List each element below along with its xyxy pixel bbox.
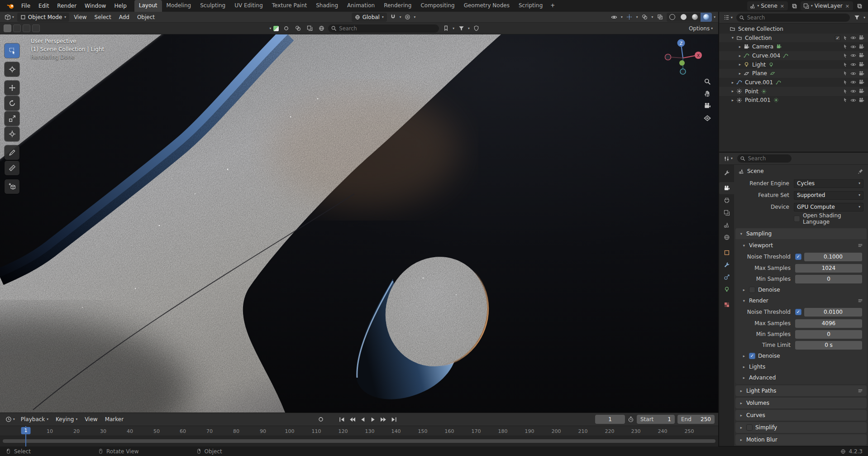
- outliner-item-label[interactable]: Collection: [744, 35, 773, 41]
- menu-render[interactable]: Render: [53, 0, 81, 12]
- tool-rotate[interactable]: [5, 96, 19, 110]
- frame-start-field[interactable]: Start1: [637, 415, 675, 424]
- stopwatch-icon[interactable]: [628, 416, 634, 422]
- max-samples-value[interactable]: 4096: [795, 319, 862, 328]
- min-samples-value[interactable]: 0: [795, 330, 862, 339]
- axis-negative-x-button[interactable]: [665, 54, 671, 60]
- time-limit-value[interactable]: 0 s: [795, 341, 862, 350]
- hide-eye-icon[interactable]: [850, 35, 856, 41]
- outliner-item-label[interactable]: Curve.004: [751, 53, 782, 59]
- tab-object[interactable]: [719, 246, 734, 259]
- max-samples-value[interactable]: 1024: [795, 264, 862, 273]
- tool-transform[interactable]: [5, 127, 19, 141]
- proportional-dropdown-icon[interactable]: [414, 15, 415, 19]
- camera-view-icon[interactable]: [704, 102, 711, 110]
- tool-add-cube[interactable]: [5, 179, 19, 194]
- scene-selector[interactable]: Scene: [747, 1, 788, 10]
- hide-eye-icon[interactable]: [850, 62, 856, 67]
- workspace-tab-shading[interactable]: Shading: [311, 0, 343, 12]
- outliner-row-curve-001[interactable]: Curve.001: [719, 78, 868, 87]
- device-dropdown[interactable]: GPU Compute: [794, 203, 863, 211]
- shield-button[interactable]: [472, 24, 482, 33]
- section-simplify[interactable]: Simplify: [735, 422, 867, 433]
- zoom-icon[interactable]: [704, 78, 711, 85]
- noise-threshold-checkbox[interactable]: [795, 309, 801, 315]
- tab-object-data[interactable]: [719, 283, 734, 295]
- outliner-row-camera[interactable]: Camera: [719, 42, 868, 51]
- axis-y-button[interactable]: [679, 60, 685, 66]
- tool-annotate[interactable]: [5, 145, 19, 160]
- shading-solid-button[interactable]: [678, 13, 689, 22]
- select-mode-extend-button[interactable]: [13, 24, 21, 32]
- disclosure-closed-icon[interactable]: [730, 89, 735, 93]
- presets-menu-icon[interactable]: [858, 388, 863, 394]
- menu-edit[interactable]: Edit: [34, 0, 53, 12]
- search-input[interactable]: [328, 24, 439, 33]
- render-engine-dropdown[interactable]: Cycles: [794, 179, 863, 188]
- visibility-dropdown-icon[interactable]: [621, 15, 623, 19]
- tab-physics[interactable]: [719, 271, 734, 283]
- min-samples-value[interactable]: 0: [795, 275, 862, 283]
- options-dropdown[interactable]: Options: [687, 24, 715, 33]
- outliner-item-label[interactable]: Point.001: [744, 97, 772, 103]
- new-view-layer-button[interactable]: [855, 2, 863, 10]
- render-visibility-icon[interactable]: [858, 35, 864, 41]
- section-volumes[interactable]: Volumes: [735, 398, 867, 408]
- editor-type-button[interactable]: [722, 155, 734, 163]
- gizmo-dropdown-icon[interactable]: [636, 15, 638, 19]
- outliner-search-input[interactable]: [736, 14, 850, 22]
- snap-dropdown-icon[interactable]: [400, 15, 401, 19]
- workspace-tab-compositing[interactable]: Compositing: [416, 0, 459, 12]
- disclosure-closed-icon[interactable]: [738, 62, 742, 67]
- playhead-frame-badge[interactable]: 1: [21, 427, 31, 434]
- section-light-paths[interactable]: Light Paths: [735, 385, 867, 396]
- new-scene-button[interactable]: [790, 2, 798, 10]
- pan-hand-icon[interactable]: [704, 90, 711, 97]
- section-sampling[interactable]: Sampling: [735, 228, 867, 239]
- outliner-item-label[interactable]: Scene Collection: [737, 26, 785, 32]
- selectable-icon[interactable]: [843, 35, 848, 41]
- navigation-gizmo[interactable]: Z X: [662, 36, 706, 80]
- menu-marker[interactable]: Marker: [102, 416, 127, 422]
- render-denoise-checkbox[interactable]: [749, 353, 755, 359]
- tab-output[interactable]: [719, 194, 734, 206]
- editor-type-button[interactable]: [4, 415, 17, 423]
- outliner-row-light[interactable]: Light: [719, 60, 868, 69]
- proportional-editing-toggle[interactable]: [402, 13, 412, 22]
- workspace-tab-uv-editing[interactable]: UV Editing: [230, 0, 267, 12]
- presets-menu-icon[interactable]: [858, 298, 863, 303]
- tool-options-dropdown-icon[interactable]: [270, 27, 272, 30]
- hide-eye-icon[interactable]: [850, 97, 856, 103]
- unlink-scene-icon[interactable]: [779, 3, 785, 9]
- section-curves[interactable]: Curves: [735, 410, 867, 421]
- jump-to-start-button[interactable]: [339, 416, 345, 423]
- tool-scale[interactable]: [5, 111, 19, 126]
- tab-scene[interactable]: [719, 219, 734, 231]
- xray-toggle[interactable]: [655, 13, 665, 22]
- outliner-item-label[interactable]: Plane: [751, 70, 768, 77]
- selectable-icon[interactable]: [843, 80, 848, 85]
- tab-world[interactable]: [719, 231, 734, 243]
- tab-texture[interactable]: [719, 298, 734, 311]
- render-visibility-icon[interactable]: [858, 44, 864, 50]
- editor-type-button[interactable]: [722, 14, 734, 21]
- outliner-row-point-001[interactable]: Point.001: [719, 96, 868, 105]
- timeline-scrollbar[interactable]: [3, 439, 715, 443]
- tool-move[interactable]: [5, 81, 19, 95]
- noise-threshold-value[interactable]: 0.1000: [804, 253, 862, 261]
- disclosure-closed-icon[interactable]: [738, 54, 742, 58]
- menu-view[interactable]: View: [71, 14, 90, 20]
- render-visibility-icon[interactable]: [858, 71, 864, 77]
- filter-dropdown-icon[interactable]: [863, 16, 865, 19]
- disclosure-closed-icon[interactable]: [738, 72, 742, 76]
- subsection-viewport-denoise[interactable]: Denoise: [735, 284, 867, 295]
- previous-keyframe-button[interactable]: [349, 416, 356, 423]
- auto-keying-toggle[interactable]: [318, 416, 324, 423]
- color-swatch[interactable]: [273, 25, 279, 32]
- outliner-filter-button[interactable]: [852, 13, 862, 22]
- hide-eye-icon[interactable]: [850, 88, 856, 94]
- presets-menu-icon[interactable]: [858, 243, 863, 248]
- render-visibility-icon[interactable]: [858, 53, 864, 58]
- selectable-icon[interactable]: [843, 97, 848, 103]
- selectable-icon[interactable]: [843, 89, 848, 94]
